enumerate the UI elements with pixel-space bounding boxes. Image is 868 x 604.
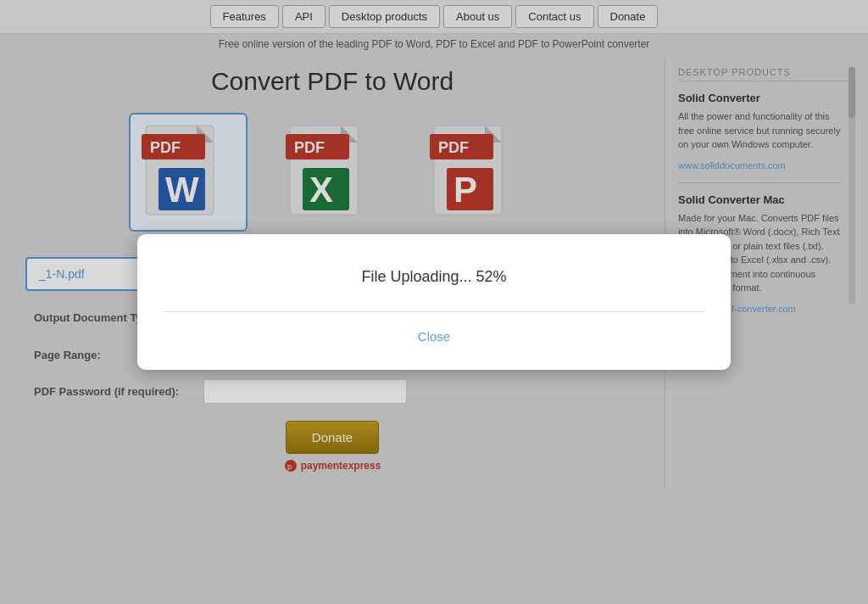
- modal-close-button[interactable]: Close: [418, 329, 450, 344]
- modal-divider: [163, 311, 705, 312]
- modal-overlay: File Uploading... 52% Close: [0, 0, 868, 604]
- modal-title: File Uploading... 52%: [163, 268, 705, 286]
- modal-box: File Uploading... 52% Close: [137, 234, 731, 370]
